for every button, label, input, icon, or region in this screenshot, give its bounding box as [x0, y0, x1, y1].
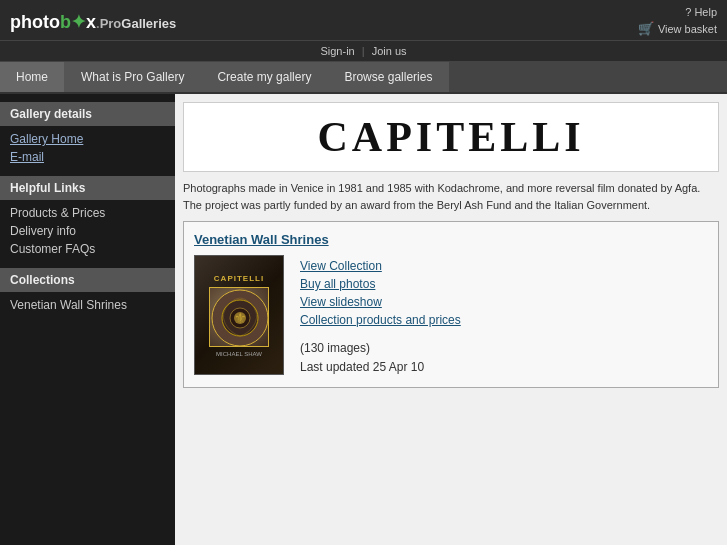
divider: |: [362, 45, 365, 57]
basket-area: 🛒 View basket: [638, 21, 717, 36]
gallery-description: Photographs made in Venice in 1981 and 1…: [183, 180, 719, 213]
collections-section: Collections Venetian Wall Shrines: [0, 268, 175, 314]
svg-text:⚜: ⚜: [234, 310, 247, 326]
link-buy-all[interactable]: Buy all photos: [300, 277, 461, 291]
sidebar-gallery-home[interactable]: Gallery Home: [0, 130, 175, 148]
page-header: photob✦x.ProGalleries ? Help 🛒 View bask…: [0, 0, 727, 41]
sidebar-email[interactable]: E-mail: [0, 148, 175, 166]
sidebar-venetian[interactable]: Venetian Wall Shrines: [0, 296, 175, 314]
helpful-links-header: Helpful Links: [0, 176, 175, 200]
sidebar-faqs[interactable]: Customer FAQs: [0, 240, 175, 258]
banner: CAPITELLI: [183, 102, 719, 172]
helpful-links-section: Helpful Links Products & Prices Delivery…: [0, 176, 175, 258]
book-cover-title: CAPITELLI: [214, 274, 264, 283]
logo: photob✦x.ProGalleries: [10, 10, 176, 33]
navbar: Home What is Pro Gallery Create my galle…: [0, 62, 727, 94]
help-link[interactable]: ? Help: [685, 6, 717, 18]
collection-meta: (130 images) Last updated 25 Apr 10: [300, 339, 461, 377]
link-view-collection[interactable]: View Collection: [300, 259, 461, 273]
book-cover: CAPITELLI ⚜: [195, 256, 283, 374]
gallery-details-header: Gallery details: [0, 102, 175, 126]
logo-text: photob✦x.ProGalleries: [10, 10, 176, 33]
collection-links: View Collection Buy all photos View slid…: [300, 255, 461, 327]
main-area: Gallery details Gallery Home E-mail Help…: [0, 94, 727, 545]
sub-header: Sign-in | Join us: [0, 41, 727, 62]
link-products-prices[interactable]: Collection products and prices: [300, 313, 461, 327]
join-link[interactable]: Join us: [372, 45, 407, 57]
nav-browse[interactable]: Browse galleries: [328, 62, 449, 92]
nav-create[interactable]: Create my gallery: [201, 62, 328, 92]
image-count: (130 images): [300, 339, 461, 358]
sidebar: Gallery details Gallery Home E-mail Help…: [0, 94, 175, 545]
collection-title[interactable]: Venetian Wall Shrines: [194, 232, 708, 247]
content-area: CAPITELLI Photographs made in Venice in …: [175, 94, 727, 545]
sidebar-delivery[interactable]: Delivery info: [0, 222, 175, 240]
book-cover-img: ⚜: [209, 287, 269, 347]
basket-link[interactable]: View basket: [658, 23, 717, 35]
banner-title: CAPITELLI: [317, 113, 584, 161]
top-right-area: ? Help 🛒 View basket: [638, 6, 717, 36]
link-slideshow[interactable]: View slideshow: [300, 295, 461, 309]
signin-link[interactable]: Sign-in: [320, 45, 354, 57]
collection-box: Venetian Wall Shrines CAPITELLI: [183, 221, 719, 388]
book-decoration-icon: ⚜: [210, 288, 269, 347]
last-updated: Last updated 25 Apr 10: [300, 358, 461, 377]
collections-header: Collections: [0, 268, 175, 292]
sidebar-products[interactable]: Products & Prices: [0, 204, 175, 222]
collection-inner: CAPITELLI ⚜: [194, 255, 708, 377]
collection-image: CAPITELLI ⚜: [194, 255, 284, 375]
basket-icon: 🛒: [638, 21, 654, 36]
nav-what-is[interactable]: What is Pro Gallery: [65, 62, 201, 92]
book-cover-subtitle: MICHAEL SHAW: [216, 351, 262, 357]
gallery-details-section: Gallery details Gallery Home E-mail: [0, 102, 175, 166]
nav-home[interactable]: Home: [0, 62, 65, 92]
